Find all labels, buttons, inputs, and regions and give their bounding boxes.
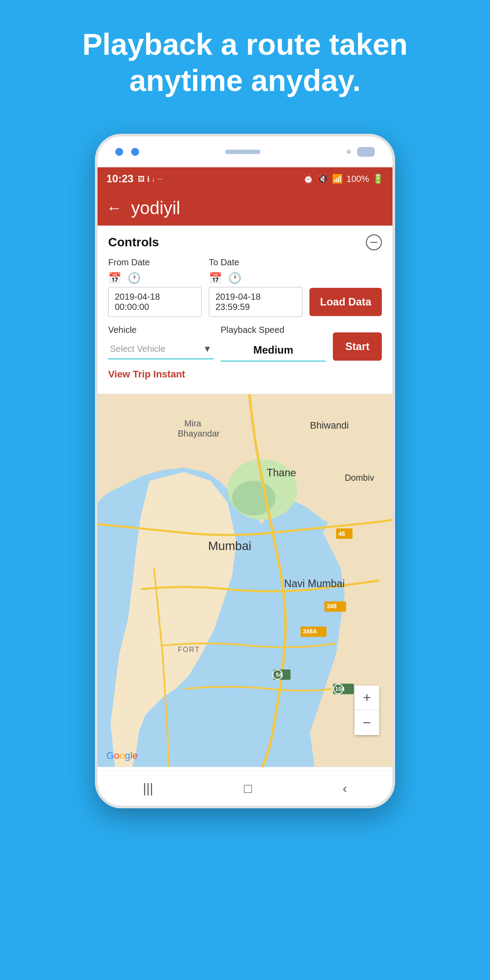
- vehicle-group: Vehicle Select Vehicle ▼: [108, 325, 214, 359]
- phone-top-right: [347, 147, 375, 157]
- to-date-group: To Date 📅 🕐 2019-04-18 23:59:59: [209, 257, 302, 317]
- google-o2: o: [119, 750, 124, 761]
- playback-speed-label: Playback Speed: [221, 325, 326, 335]
- svg-text:48: 48: [338, 531, 345, 537]
- back-nav-button[interactable]: ‹: [338, 776, 351, 800]
- svg-text:Bhayandar: Bhayandar: [178, 429, 220, 438]
- controls-section: Controls From Date 📅 🕐 2019-04-18 00:00:…: [98, 226, 392, 391]
- svg-text:Bhiwandi: Bhiwandi: [310, 420, 349, 431]
- phone-camera: [357, 147, 375, 157]
- map-svg: 48 348 348A 54 104 Mira Bhayandar Bhiwan…: [98, 391, 392, 770]
- google-g: G: [106, 750, 114, 761]
- google-o1: o: [114, 750, 119, 761]
- from-date-input[interactable]: 2019-04-18 00:00:00: [108, 287, 202, 317]
- phone-dot-1: [115, 148, 123, 156]
- menu-nav-button[interactable]: |||: [139, 776, 158, 800]
- phone-hardware-top: [98, 136, 392, 167]
- svg-text:348: 348: [327, 603, 337, 610]
- vehicle-label: Vehicle: [108, 325, 214, 335]
- google-g2: g: [125, 750, 130, 761]
- vehicle-select[interactable]: Select Vehicle ▼: [108, 339, 214, 359]
- vehicle-select-inner: Select Vehicle ▼: [110, 344, 212, 354]
- phone-speaker: [225, 150, 260, 154]
- svg-text:104: 104: [335, 686, 345, 693]
- to-clock-icon[interactable]: 🕐: [228, 272, 241, 284]
- playback-group: Playback Speed Medium: [221, 325, 326, 362]
- mute-icon: 🔇: [317, 173, 328, 184]
- google-e: e: [132, 750, 138, 761]
- svg-text:Dombiv: Dombiv: [345, 473, 374, 482]
- vehicle-placeholder: Select Vehicle: [110, 344, 166, 354]
- status-time: 10:23: [106, 173, 133, 185]
- from-date-label: From Date: [108, 257, 202, 268]
- controls-header: Controls: [108, 234, 382, 250]
- from-date-group: From Date 📅 🕐 2019-04-18 00:00:00: [108, 257, 202, 317]
- phone-dot-2: [131, 148, 139, 156]
- minimize-icon: [370, 242, 377, 243]
- minimize-button[interactable]: [366, 234, 382, 250]
- vehicle-row: Vehicle Select Vehicle ▼ Playback Speed …: [108, 325, 382, 362]
- zoom-controls: + −: [354, 686, 379, 735]
- phone-wrapper: 10:23 🖼 ℹ ↓ ··· ⏰ 🔇 📶 100% 🔋 ← yodiyil C…: [0, 134, 490, 808]
- phone-frame: 10:23 🖼 ℹ ↓ ··· ⏰ 🔇 📶 100% 🔋 ← yodiyil C…: [95, 134, 395, 808]
- from-clock-icon[interactable]: 🕐: [128, 272, 141, 284]
- page-title: Playback a route taken anytime anyday.: [0, 0, 490, 116]
- back-button[interactable]: ←: [106, 199, 122, 217]
- phone-top-left: [115, 148, 139, 156]
- phone-dot-3: [347, 150, 351, 154]
- dropdown-arrow-icon: ▼: [203, 344, 212, 354]
- controls-title: Controls: [108, 235, 159, 249]
- from-date-icons: 📅 🕐: [108, 272, 202, 284]
- status-left: 10:23 🖼 ℹ ↓ ···: [106, 173, 163, 185]
- zoom-out-button[interactable]: −: [354, 710, 379, 735]
- svg-text:Mira: Mira: [184, 418, 201, 428]
- to-date-icons: 📅 🕐: [209, 272, 302, 284]
- app-bar: ← yodiyil: [98, 190, 392, 226]
- load-data-button[interactable]: Load Data: [309, 288, 382, 316]
- to-date-input[interactable]: 2019-04-18 23:59:59: [209, 287, 302, 317]
- playback-speed-value[interactable]: Medium: [221, 339, 326, 362]
- svg-text:FORT: FORT: [178, 646, 200, 653]
- google-watermark: Google: [106, 750, 138, 761]
- svg-text:Thane: Thane: [267, 467, 296, 479]
- start-button[interactable]: Start: [333, 332, 382, 361]
- alarm-icon: ⏰: [303, 173, 314, 184]
- svg-text:Navi Mumbai: Navi Mumbai: [284, 578, 345, 589]
- status-right: ⏰ 🔇 📶 100% 🔋: [303, 173, 384, 184]
- svg-text:Mumbai: Mumbai: [208, 539, 252, 553]
- app-title: yodiyil: [131, 198, 180, 218]
- zoom-in-button[interactable]: +: [354, 686, 379, 710]
- wifi-icon: 📶: [332, 173, 343, 184]
- date-row: From Date 📅 🕐 2019-04-18 00:00:00 To Dat…: [108, 257, 382, 317]
- status-icons: 🖼 ℹ ↓ ···: [138, 175, 163, 183]
- home-nav-button[interactable]: □: [240, 776, 256, 800]
- map-section: 48 348 348A 54 104 Mira Bhayandar Bhiwan…: [98, 391, 392, 770]
- status-bar: 10:23 🖼 ℹ ↓ ··· ⏰ 🔇 📶 100% 🔋: [98, 167, 392, 190]
- to-calendar-icon[interactable]: 📅: [209, 272, 222, 284]
- to-date-label: To Date: [209, 257, 302, 268]
- bottom-nav: ||| □ ‹: [98, 770, 392, 806]
- svg-text:348A: 348A: [303, 628, 317, 635]
- battery-text: 100%: [347, 174, 369, 184]
- view-trip-instant-link[interactable]: View Trip Instant: [108, 369, 382, 380]
- svg-text:54: 54: [276, 671, 283, 678]
- from-calendar-icon[interactable]: 📅: [108, 272, 121, 284]
- battery-icon: 🔋: [373, 173, 384, 184]
